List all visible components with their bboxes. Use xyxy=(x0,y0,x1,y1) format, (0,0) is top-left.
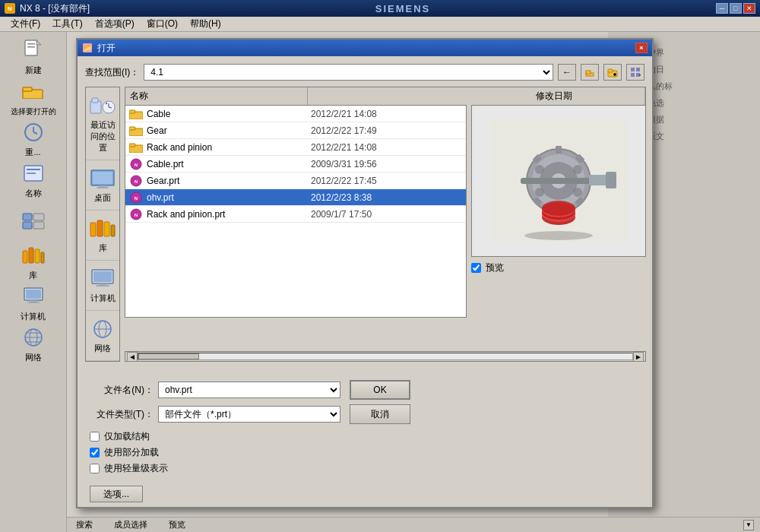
file-row-cable-prt[interactable]: N Cable.prt 2009/3/31 19:56 xyxy=(125,156,466,173)
checkbox-lightweight-label: 使用轻量级表示 xyxy=(104,462,168,475)
dialog-form: 文件名(N)： ohv.prt OK 文件类型(T)： xyxy=(78,380,652,507)
hscroll-thumb[interactable] xyxy=(138,353,199,359)
preview-panel: 预览 xyxy=(471,105,646,352)
nav-panel: 最近访问的位置 桌面 库 xyxy=(85,87,120,362)
prt-icon-cable: N xyxy=(128,157,144,172)
new-folder-button[interactable] xyxy=(603,64,622,81)
recent-nav-icon xyxy=(89,93,116,118)
file-date-cable-prt: 2009/3/31 19:56 xyxy=(306,159,420,169)
search-select[interactable]: 4.1 xyxy=(144,64,553,81)
file-row-gear-folder[interactable]: Gear 2012/2/22 17:49 xyxy=(125,122,466,139)
filetype-select[interactable]: 部件文件（*.prt） xyxy=(158,406,340,423)
ok-cancel-buttons: OK xyxy=(350,380,410,400)
status-member-select[interactable]: 成员选择 xyxy=(111,519,150,530)
svg-point-106 xyxy=(524,231,593,240)
file-list[interactable]: Cable 2012/2/21 14:08 Gear 2012/2/22 xyxy=(125,105,467,318)
checkbox-lightweight-input[interactable] xyxy=(90,464,100,473)
open-dialog: 📂 打开 × 查找范围(I)： 4.1 ← xyxy=(76,38,654,508)
nav-desktop-label: 桌面 xyxy=(94,192,111,204)
status-search[interactable]: 搜索 xyxy=(73,519,96,530)
svg-text:N: N xyxy=(135,213,138,217)
nav-library[interactable]: 库 xyxy=(86,211,119,261)
svg-line-47 xyxy=(109,107,112,108)
checkbox-load-structure: 仅加载结构 xyxy=(90,430,644,443)
filename-label: 文件名(N)： xyxy=(85,384,154,397)
checkbox-partial-load-label: 使用部分加载 xyxy=(104,446,159,459)
nav-computer-label: 计算机 xyxy=(90,293,116,304)
status-resize-handle[interactable]: ▼ xyxy=(743,520,754,530)
dialog-icon: 📂 xyxy=(82,43,93,53)
nav-desktop[interactable]: 桌面 xyxy=(86,160,119,211)
hscroll-track[interactable] xyxy=(138,353,633,360)
svg-rect-65 xyxy=(129,110,135,113)
svg-rect-52 xyxy=(97,187,109,188)
preview-checkbox[interactable] xyxy=(471,263,481,273)
file-row-cable-folder[interactable]: Cable 2012/2/21 14:08 xyxy=(125,106,466,122)
svg-point-95 xyxy=(573,165,582,174)
nav-network-label: 网络 xyxy=(94,343,111,354)
file-date-ohv-prt: 2012/2/23 8:38 xyxy=(306,192,420,203)
svg-rect-44 xyxy=(92,98,98,103)
svg-rect-50 xyxy=(93,172,112,184)
svg-point-94 xyxy=(535,165,544,174)
svg-rect-58 xyxy=(93,271,112,282)
file-row-rack-folder[interactable]: Rack and pinion 2012/2/21 14:08 xyxy=(125,139,466,156)
view-button[interactable] xyxy=(626,64,644,81)
svg-point-96 xyxy=(535,188,544,197)
checkbox-load-structure-input[interactable] xyxy=(90,432,100,442)
cancel-button[interactable]: 取消 xyxy=(350,404,410,424)
file-name-rack-prt: Rack and pinion.prt xyxy=(147,209,306,220)
svg-rect-53 xyxy=(90,223,96,236)
filename-row: 文件名(N)： ohv.prt OK xyxy=(85,380,644,400)
svg-rect-103 xyxy=(521,178,597,184)
file-name-gear-prt: Gear.prt xyxy=(147,176,306,186)
file-date-gear-prt: 2012/2/22 17:45 xyxy=(306,176,420,186)
file-name-cable-folder: Cable xyxy=(147,109,306,119)
back-button[interactable]: ← xyxy=(558,64,576,81)
status-preview[interactable]: 预览 xyxy=(166,519,188,530)
file-date-cable-folder: 2012/2/21 14:08 xyxy=(306,109,420,119)
preview-svg xyxy=(490,120,627,242)
checkbox-partial-load-input[interactable] xyxy=(90,448,100,458)
filetype-label: 文件类型(T)： xyxy=(85,408,154,421)
nav-network[interactable]: 网络 xyxy=(86,311,119,361)
nav-computer[interactable]: 计算机 xyxy=(86,261,119,311)
svg-rect-60 xyxy=(96,285,109,287)
svg-text:N: N xyxy=(135,163,138,167)
cancel-button-container: 取消 xyxy=(350,404,410,424)
dialog-title-text: 打开 xyxy=(97,42,116,55)
hscroll-right[interactable]: ► xyxy=(633,352,644,362)
file-name-ohv-prt: ohv.prt xyxy=(147,192,306,203)
nav-recent[interactable]: 最近访问的位置 xyxy=(86,87,119,160)
svg-rect-67 xyxy=(129,127,135,130)
folder-icon-gear xyxy=(128,123,144,138)
checkbox-lightweight: 使用轻量级表示 xyxy=(90,462,644,475)
col-date-header: 修改日期 xyxy=(531,87,645,105)
svg-point-102 xyxy=(542,201,575,216)
app-window: N NX 8 - [没有部件] SIEMENS ─ □ ✕ 文件(F) 工具(T… xyxy=(0,0,760,532)
filename-select[interactable]: ohv.prt xyxy=(158,382,340,398)
preview-label-row: 预览 xyxy=(471,261,646,274)
file-row-ohv-prt[interactable]: N ohv.prt 2012/2/23 8:38 xyxy=(125,189,466,206)
svg-rect-59 xyxy=(99,283,106,285)
hscroll-left[interactable]: ◄ xyxy=(127,352,138,362)
svg-point-97 xyxy=(573,188,582,197)
up-button[interactable] xyxy=(581,64,599,81)
svg-rect-55 xyxy=(104,222,109,236)
dialog-close-button[interactable]: × xyxy=(635,43,648,53)
prt-icon-ohv: N xyxy=(128,190,144,205)
svg-rect-35 xyxy=(608,69,613,72)
file-date-rack-folder: 2012/2/21 14:08 xyxy=(306,142,420,153)
svg-rect-38 xyxy=(631,68,635,71)
ok-button[interactable]: OK xyxy=(350,380,410,400)
folder-icon-rack xyxy=(128,140,144,155)
hscroll[interactable]: ◄ ► xyxy=(125,351,646,362)
file-row-gear-prt[interactable]: N Gear.prt 2012/2/22 17:45 xyxy=(125,173,466,189)
svg-rect-54 xyxy=(97,220,103,236)
preview-image xyxy=(471,105,646,257)
file-name-gear-folder: Gear xyxy=(147,125,306,136)
computer-nav-icon xyxy=(89,267,116,291)
preview-label: 预览 xyxy=(486,261,504,274)
options-button[interactable]: 选项... xyxy=(90,486,143,502)
file-row-rack-prt[interactable]: N Rack and pinion.prt 2009/1/7 17:50 xyxy=(125,206,466,223)
